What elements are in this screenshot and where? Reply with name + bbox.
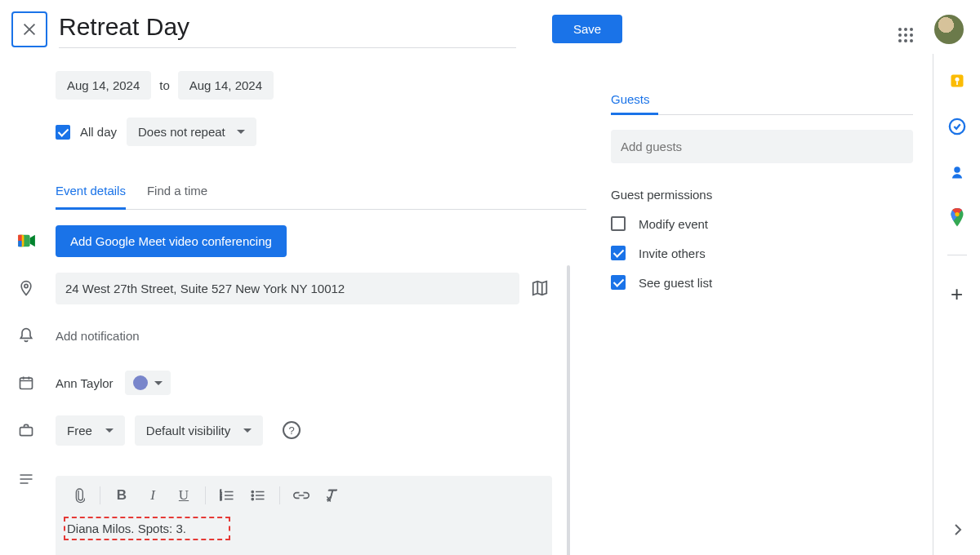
description-icon [18, 473, 34, 486]
calendar-icon [18, 375, 34, 391]
bold-button[interactable]: B [107, 482, 136, 508]
help-icon[interactable]: ? [283, 421, 301, 439]
allday-checkbox[interactable] [56, 125, 70, 140]
description-textarea[interactable]: Diana Milos. Spots: 3. [56, 515, 552, 555]
location-icon [18, 278, 34, 298]
description-toolbar: B I U 123 [56, 476, 552, 515]
description-box: B I U 123 [56, 476, 552, 555]
chevron-down-icon [243, 428, 252, 433]
link-icon[interactable] [287, 482, 316, 508]
save-button[interactable]: Save [552, 15, 622, 43]
svg-point-4 [24, 284, 28, 287]
toolbar-divider [205, 486, 206, 504]
modify-event-label: Modify event [639, 217, 708, 231]
clear-formatting-icon[interactable] [318, 482, 347, 508]
svg-rect-2 [18, 235, 22, 241]
bulleted-list-icon[interactable] [243, 482, 273, 508]
rail-divider [947, 255, 967, 255]
tab-event-details[interactable]: Event details [56, 184, 126, 210]
allday-label: All day [80, 125, 117, 139]
recurrence-label: Does not repeat [138, 125, 225, 139]
svg-point-10 [252, 491, 253, 492]
event-color-select[interactable] [125, 371, 171, 395]
tab-find-a-time[interactable]: Find a time [147, 184, 207, 209]
recurrence-select[interactable]: Does not repeat [127, 118, 256, 146]
chevron-down-icon [105, 428, 114, 433]
attachment-icon[interactable] [64, 482, 93, 508]
calendar-owner-label: Ann Taylor [56, 376, 114, 390]
guests-header[interactable]: Guests [611, 92, 913, 115]
svg-text:3: 3 [220, 497, 222, 501]
modify-event-checkbox[interactable] [611, 216, 626, 231]
chevron-down-icon [237, 130, 245, 134]
svg-point-17 [954, 166, 960, 173]
date-to-label: to [159, 78, 170, 92]
toolbar-divider [100, 486, 100, 504]
map-icon[interactable] [531, 279, 549, 297]
close-button[interactable] [11, 11, 47, 47]
event-color-dot [133, 375, 148, 390]
underline-button[interactable]: U [169, 482, 198, 508]
description-text: Diana Milos. Spots: 3. [64, 517, 230, 540]
add-guests-input[interactable] [611, 130, 913, 163]
chevron-down-icon [154, 381, 163, 385]
tasks-icon[interactable] [948, 118, 966, 135]
start-date-chip[interactable]: Aug 14, 2024 [56, 71, 151, 100]
svg-point-14 [955, 78, 959, 82]
svg-rect-15 [956, 82, 958, 85]
guest-permissions-title: Guest permissions [611, 188, 913, 202]
scroll-indicator [567, 265, 570, 555]
svg-rect-5 [20, 378, 33, 388]
briefcase-icon [18, 422, 34, 438]
end-date-chip[interactable]: Aug 14, 2024 [178, 71, 274, 100]
google-apps-icon[interactable] [892, 21, 908, 38]
svg-rect-3 [18, 241, 22, 246]
italic-button[interactable]: I [138, 482, 167, 508]
keep-icon[interactable] [948, 72, 966, 90]
add-notification-button[interactable]: Add notification [56, 329, 140, 343]
event-title-input[interactable] [59, 10, 516, 48]
google-meet-icon [18, 233, 36, 248]
add-google-meet-button[interactable]: Add Google Meet video conferencing [56, 225, 287, 257]
svg-point-18 [955, 212, 959, 216]
bell-icon [18, 326, 34, 344]
see-guest-list-label: See guest list [639, 276, 712, 290]
maps-icon[interactable] [948, 209, 966, 227]
svg-point-12 [252, 498, 253, 500]
invite-others-checkbox[interactable] [611, 246, 626, 260]
availability-label: Free [67, 424, 92, 437]
see-guest-list-checkbox[interactable] [611, 275, 626, 290]
close-icon [20, 20, 38, 38]
visibility-label: Default visibility [146, 424, 230, 437]
side-panel: + [933, 54, 980, 555]
location-input[interactable] [56, 273, 519, 304]
account-avatar[interactable] [934, 15, 964, 44]
contacts-icon[interactable] [948, 163, 966, 181]
visibility-select[interactable]: Default visibility [135, 415, 263, 446]
svg-rect-6 [20, 428, 33, 436]
collapse-panel-icon[interactable] [948, 521, 966, 539]
availability-select[interactable]: Free [56, 415, 125, 446]
add-addon-button[interactable]: + [951, 283, 963, 304]
svg-point-11 [252, 495, 253, 496]
invite-others-label: Invite others [639, 246, 706, 260]
numbered-list-icon[interactable]: 123 [212, 482, 242, 508]
toolbar-divider [279, 486, 280, 504]
